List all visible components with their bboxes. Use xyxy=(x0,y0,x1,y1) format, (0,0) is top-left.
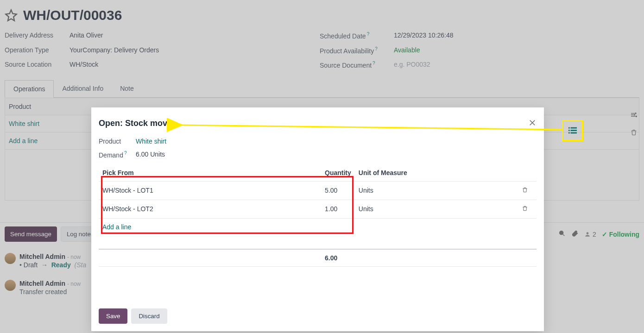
table-row[interactable]: WH/Stock - LOT1 5.00 Units xyxy=(99,181,537,200)
svg-rect-5 xyxy=(568,127,570,129)
log-time: - now xyxy=(67,254,81,260)
svg-point-1 xyxy=(587,232,589,234)
svg-rect-6 xyxy=(571,127,577,129)
add-line-link[interactable]: Add a line xyxy=(9,137,38,145)
source-location-label: Source Location xyxy=(5,61,65,69)
record-title: WH/OUT/00036 xyxy=(23,7,122,23)
trash-icon[interactable] xyxy=(630,129,638,138)
log-author: Mitchell Admin xyxy=(19,253,65,260)
qty-cell[interactable]: 5.00 xyxy=(321,181,355,200)
scheduled-date-value[interactable]: 12/29/2023 10:26:48 xyxy=(394,31,639,40)
delivery-address-value[interactable]: Anita Oliver xyxy=(69,31,315,40)
scheduled-date-label: Scheduled Date? xyxy=(320,31,389,40)
source-document-input[interactable]: e.g. PO0032 xyxy=(394,61,639,69)
send-message-button[interactable]: Send message xyxy=(5,226,57,242)
close-icon[interactable] xyxy=(528,119,537,128)
col-uom: Unit of Measure xyxy=(355,164,518,182)
source-location-value[interactable]: WH/Stock xyxy=(69,61,315,69)
modal-demand-label: Demand? xyxy=(99,151,136,159)
source-document-label: Source Document? xyxy=(320,61,389,69)
star-icon[interactable] xyxy=(5,9,18,22)
svg-point-4 xyxy=(636,116,637,117)
tab-note[interactable]: Note xyxy=(112,80,142,97)
log-body: Transfer created xyxy=(19,288,81,295)
uom-cell[interactable]: Units xyxy=(355,181,518,200)
save-button[interactable]: Save xyxy=(99,308,127,324)
svg-rect-10 xyxy=(571,132,577,134)
avatar xyxy=(5,280,16,291)
discard-button[interactable]: Discard xyxy=(131,308,167,324)
following-indicator[interactable]: Following xyxy=(602,231,639,238)
svg-point-2 xyxy=(635,113,637,114)
log-time: - now xyxy=(67,281,81,287)
tab-operations[interactable]: Operations xyxy=(5,80,54,98)
trash-icon[interactable] xyxy=(522,188,528,195)
sliders-icon[interactable] xyxy=(630,111,638,120)
modal-demand-value: 6.00 Units xyxy=(136,151,537,159)
operation-type-value[interactable]: YourCompany: Delivery Orders xyxy=(69,46,315,55)
table-row[interactable]: WH/Stock - LOT2 1.00 Units xyxy=(99,200,537,218)
modal-product-value[interactable]: White shirt xyxy=(136,138,166,145)
product-cell[interactable]: White shirt xyxy=(9,120,39,127)
avatar xyxy=(5,253,16,264)
col-quantity: Quantity xyxy=(321,164,355,182)
attachment-icon[interactable] xyxy=(571,230,579,239)
search-icon[interactable] xyxy=(558,230,566,239)
log-author: Mitchell Admin xyxy=(19,280,65,287)
total-qty: 6.00 xyxy=(321,249,355,267)
svg-rect-7 xyxy=(568,130,570,131)
col-pick-from: Pick From xyxy=(99,164,321,182)
product-availability-label: Product Availability? xyxy=(320,46,389,55)
add-line-link[interactable]: Add a line xyxy=(102,223,131,231)
followers-count[interactable]: 2 xyxy=(584,231,596,238)
svg-rect-9 xyxy=(568,132,570,134)
uom-cell[interactable]: Units xyxy=(355,200,518,218)
trash-icon[interactable] xyxy=(522,206,528,214)
stock-move-modal: Open: Stock move Product White shirt Dem… xyxy=(91,107,544,331)
tabs: Operations Additional Info Note xyxy=(5,80,639,98)
pick-from-cell[interactable]: WH/Stock - LOT1 xyxy=(99,181,321,200)
pick-from-cell[interactable]: WH/Stock - LOT2 xyxy=(99,200,321,218)
svg-rect-8 xyxy=(571,130,577,131)
svg-point-0 xyxy=(560,231,563,235)
pick-table: Pick From Quantity Unit of Measure WH/St… xyxy=(99,164,537,267)
qty-cell[interactable]: 1.00 xyxy=(321,200,355,218)
product-availability-value: Available xyxy=(394,46,639,55)
tab-additional-info[interactable]: Additional Info xyxy=(54,80,112,97)
operation-type-label: Operation Type xyxy=(5,46,65,55)
detailed-operations-button[interactable] xyxy=(562,120,583,141)
modal-product-label: Product xyxy=(99,138,136,145)
svg-point-3 xyxy=(634,114,635,116)
log-body: • Draft → Ready (Sta xyxy=(19,261,86,269)
delivery-address-label: Delivery Address xyxy=(5,31,65,40)
modal-title: Open: Stock move xyxy=(99,119,172,128)
